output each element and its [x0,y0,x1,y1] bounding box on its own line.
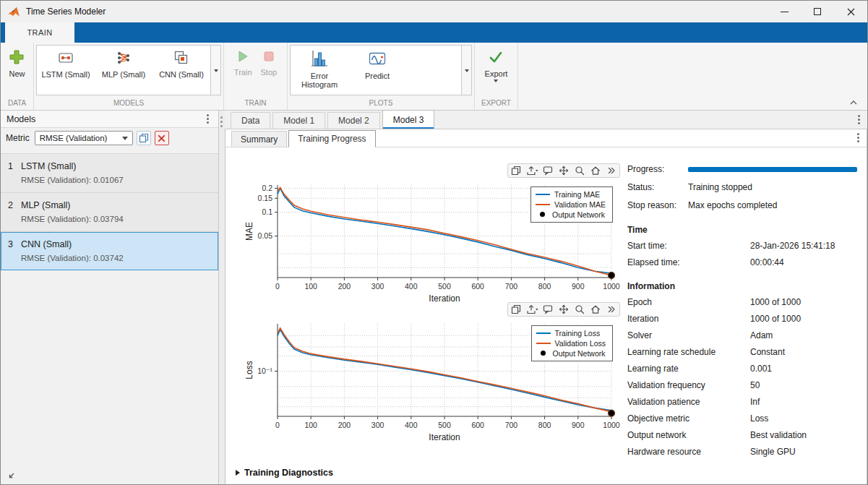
model-index: 3 [8,239,21,249]
gallery-item-cnn-small-[interactable]: CNN (Small) [152,46,210,95]
close-icon [847,8,855,16]
svg-text:600: 600 [471,282,484,291]
model-panel-menu-icon[interactable] [853,132,863,144]
training-diagnostics-toggle[interactable]: Training Diagnostics [236,468,333,478]
info-label: Epoch [627,297,750,307]
document-tab-bar: DataModel 1Model 2Model 3 [225,111,867,129]
document-tab-model-3[interactable]: Model 3 [382,110,435,129]
section-label-export: EXPORT [475,98,517,110]
info-value: Best validation [750,430,807,440]
lstm-network-icon [57,49,74,69]
collapse-ribbon-button[interactable] [847,98,860,108]
svg-text:200: 200 [338,282,351,291]
svg-text:0: 0 [275,282,280,291]
info-value: 28-Jan-2026 15:41:18 [750,241,835,251]
restore-view-icon[interactable] [588,303,603,316]
metric-dropdown[interactable]: RMSE (Validation) [35,131,133,145]
more-tools-icon[interactable] [603,303,619,316]
mlp-network-icon [115,49,132,69]
svg-text:300: 300 [371,282,384,291]
new-button[interactable]: New [6,45,27,98]
model-list-item-2[interactable]: 2MLP (Small)RMSE (Validation): 0.03794 [1,193,218,232]
models-panel-header: Models [1,111,218,128]
svg-text:900: 900 [572,421,585,429]
document-tab-data[interactable]: Data [231,112,270,129]
export-plot-icon[interactable] [524,164,540,177]
maximize-button[interactable] [801,1,834,22]
models-panel-menu-icon[interactable] [202,113,212,125]
train-button[interactable]: Train [231,45,255,98]
model-name: CNN (Small) [21,239,72,249]
export-button-label: Export [485,69,508,78]
gallery-item-error-histogram[interactable]: Error Histogram [291,46,348,95]
error-histogram-icon [310,49,329,70]
cnn-network-icon [173,49,190,69]
info-row: Status:Training stopped [627,178,860,196]
document-tab-model-1[interactable]: Model 1 [272,112,325,129]
info-value: Max epochs completed [688,200,777,210]
stop-button[interactable]: Stop [258,45,280,98]
document-tab-model-2[interactable]: Model 2 [327,112,380,129]
more-tools-icon[interactable] [603,164,619,177]
svg-text:400: 400 [405,421,418,429]
train-button-label: Train [234,68,252,77]
progress-row: Progress: [627,160,860,178]
mae-chart-block: 010020030040050060070080090010000.20.150… [243,163,629,306]
info-row: SolverAdam [627,327,860,343]
info-label: Elapsed time: [627,257,750,267]
chevron-down-icon [494,80,498,82]
gallery-item-lstm-small-[interactable]: LSTM (Small) [37,46,95,95]
model-list-item-1[interactable]: 1LSTM (Small)RMSE (Validation): 0.01067 [1,153,218,193]
predict-icon [368,49,387,70]
minimize-button[interactable] [768,1,801,22]
info-value: Loss [750,413,768,424]
panel-splitter[interactable] [219,111,225,485]
tab-train[interactable]: TRAIN [5,22,74,43]
data-tips-icon[interactable] [540,164,556,177]
training-diagnostics-label: Training Diagnostics [244,468,333,478]
copy-icon [139,133,149,143]
svg-text:MAE: MAE [244,222,254,241]
minimize-panel-icon[interactable] [5,471,17,482]
export-plot-icon[interactable] [524,303,540,316]
loss-chart-area: 0100200300400500600700800900100010⁻¹Iter… [243,318,629,445]
output-network-marker [609,410,615,416]
copy-plot-icon[interactable] [508,303,524,316]
export-check-icon [488,49,504,67]
info-value: 00:00:44 [750,257,784,267]
tab-bar-menu-icon[interactable] [854,113,864,126]
pan-icon[interactable] [556,303,572,316]
gallery-item-label: MLP (Small) [102,70,145,79]
export-button[interactable]: Export [482,45,511,98]
pan-icon[interactable] [556,164,572,177]
model-name: MLP (Small) [21,200,71,210]
delete-model-button[interactable] [155,131,169,145]
tab-training-progress[interactable]: Training Progress [288,130,375,147]
info-label: Learning rate [627,364,750,374]
info-row: Stop reason:Max epochs completed [627,196,860,214]
model-index: 2 [8,200,21,210]
output-network-dot-icon [541,351,546,356]
duplicate-model-button[interactable] [137,131,151,145]
info-row: Epoch1000 of 1000 [627,293,860,310]
close-button[interactable] [834,1,867,22]
tab-summary[interactable]: Summary [231,131,287,147]
models-gallery-dropdown[interactable] [210,46,220,95]
gallery-item-mlp-small-[interactable]: MLP (Small) [95,46,152,95]
loss-chart-block: 0100200300400500600700800900100010⁻¹Iter… [243,302,629,445]
info-label: Hardware resource [627,447,750,457]
model-list-item-3[interactable]: 3CNN (Small)RMSE (Validation): 0.03742 [1,232,218,270]
gallery-item-predict[interactable]: Predict [348,46,406,95]
zoom-icon[interactable] [572,164,588,177]
info-row: Learning rate0.001 [627,360,860,377]
axes-toolbar [243,302,620,317]
copy-plot-icon[interactable] [508,164,524,177]
plots-gallery-dropdown[interactable] [461,46,471,95]
info-value: Constant [750,347,785,357]
time-heading: Time [627,223,860,237]
legend-entry: Output Network [536,348,606,358]
zoom-icon[interactable] [572,303,588,316]
restore-view-icon[interactable] [588,164,603,177]
axes-toolbar-group [507,163,620,178]
data-tips-icon[interactable] [540,303,556,316]
